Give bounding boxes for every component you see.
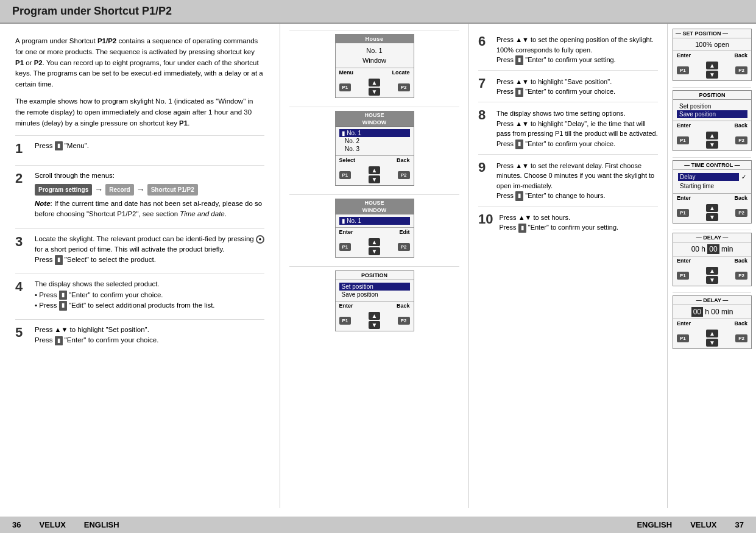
intro-p1: A program under Shortcut P1/P2 contains …: [15, 36, 264, 90]
enter-btn-10: ▮: [518, 224, 526, 233]
footer-right-lang: ENGLISH: [637, 520, 672, 529]
device-step5-area: POSITION Set position Save position Ente…: [289, 266, 459, 335]
btn-p1-d8[interactable]: P1: [677, 209, 689, 217]
d3-footer: Select Back: [336, 155, 414, 164]
btn-p2-d6[interactable]: P2: [735, 66, 747, 74]
btn-p2-d7[interactable]: P2: [735, 136, 747, 144]
d6-footer: Enter Back: [673, 51, 751, 60]
btn-p2-d8[interactable]: P2: [735, 209, 747, 217]
right-devices-panel: — SET POSITION — 100% open Enter Back P1…: [668, 24, 756, 508]
left-panel: A program under Shortcut P1/P2 contains …: [0, 24, 280, 508]
d9-footer: Enter Back: [673, 256, 751, 265]
btn-down-d8[interactable]: ▼: [706, 213, 718, 221]
btn-down-d5[interactable]: ▼: [369, 321, 381, 329]
btn-down-d10[interactable]: ▼: [706, 339, 718, 347]
btn-down-d9[interactable]: ▼: [706, 276, 718, 284]
d6-header: — SET POSITION —: [673, 29, 751, 38]
d8-item2: Starting time: [677, 182, 747, 191]
btn-up-d7[interactable]: ▲: [706, 132, 718, 139]
d9-enter: Enter: [677, 258, 691, 264]
btn-up-d6[interactable]: ▲: [706, 62, 718, 69]
step-content-2: Scroll through the menus: Program settin…: [35, 171, 264, 220]
footer-left-brand: VELUX: [39, 520, 65, 529]
step-content-4: The display shows the selected product. …: [35, 279, 264, 311]
btn-down-d3[interactable]: ▼: [369, 175, 381, 183]
btn-p2-d3[interactable]: P2: [398, 171, 410, 179]
btn-up-d1[interactable]: ▲: [369, 79, 381, 86]
d5-item1: Set position: [339, 283, 410, 291]
btn-down-d4[interactable]: ▼: [369, 247, 381, 255]
d8-enter: Enter: [677, 195, 691, 201]
device1-footer: Menu Locate: [336, 68, 414, 77]
step-content-10: Press ▲▼ to set hours. Press ▮ "Enter" t…: [499, 211, 658, 233]
d5-footer: Enter Back: [336, 301, 414, 310]
d3-h2: WINDOW: [336, 119, 414, 127]
btn-p1-d5[interactable]: P1: [339, 317, 352, 325]
device-step9: — DELAY — 00 h 00 min Enter Back P1 ▲ ▼: [673, 233, 752, 286]
btn-up-d8[interactable]: ▲: [706, 204, 718, 212]
d3-buttons: P1 ▲ ▼ P2: [336, 164, 414, 185]
d6-enter: Enter: [677, 52, 691, 58]
footer-right-brand: VELUX: [690, 520, 716, 529]
enter-btn-8: ▮: [515, 139, 523, 149]
btn-up-d3[interactable]: ▲: [369, 166, 381, 174]
btn-p1-d1[interactable]: P1: [339, 83, 352, 91]
menu-btn: ▮: [55, 141, 63, 151]
step-content-5: Press ▲▼ to highlight "Set position". Pr…: [35, 325, 264, 346]
d5-body: Set position Save position: [336, 280, 414, 301]
d5-header: POSITION: [336, 271, 414, 280]
footer-right: ENGLISH VELUX 37: [637, 520, 744, 529]
step-content-7: Press ▲▼ to highlight "Save position". P…: [496, 76, 658, 97]
d4-edit: Edit: [400, 229, 410, 235]
btn-down-d7[interactable]: ▼: [706, 141, 718, 149]
d3-h1: HOUSE: [336, 111, 414, 119]
device1-buttons: P1 ▲ ▼ P2: [336, 77, 414, 97]
d7-back: Back: [734, 122, 747, 129]
btn-p2-d1[interactable]: P2: [398, 83, 410, 91]
d8-header: — TIME CONTROL —: [673, 161, 751, 170]
d4-h1: HOUSE: [336, 199, 414, 206]
btn-p1-d9[interactable]: P1: [677, 272, 689, 280]
page-footer: 36 VELUX ENGLISH ENGLISH VELUX 37: [0, 517, 756, 533]
btn-up-d9[interactable]: ▲: [706, 267, 718, 275]
menu-tag-program: Program settings: [35, 184, 92, 196]
enter-btn-7: ▮: [515, 88, 523, 97]
step-8: 8 The display shows two time setting opt…: [478, 102, 658, 154]
step-num-5: 5: [15, 325, 27, 341]
btn-p2-d4[interactable]: P2: [398, 243, 410, 251]
footer-left: 36 VELUX ENGLISH: [12, 520, 119, 529]
btn-p2-d10[interactable]: P2: [735, 334, 747, 342]
step-10: 10 Press ▲▼ to set hours. Press ▮ "Enter…: [478, 206, 658, 238]
device1-header: House: [336, 35, 414, 43]
device-step1: House No. 1 Window Menu Locate P1 ▲ ▼ P2: [335, 34, 414, 98]
btn-down-d1[interactable]: ▼: [369, 88, 381, 96]
btn-p1-d10[interactable]: P1: [677, 334, 689, 342]
device-step4-area: HOUSE WINDOW ▮ No. 1 Enter Edit P1 ▲ ▼ P…: [289, 194, 459, 261]
d4-item1: ▮ No. 1: [339, 217, 410, 225]
btn-up-d10[interactable]: ▲: [706, 330, 718, 337]
d5-item2: Save position: [339, 291, 410, 298]
step-2: 2 Scroll through the menus: Program sett…: [15, 165, 264, 220]
step-7: 7 Press ▲▼ to highlight "Save position".…: [478, 70, 658, 102]
btn-p1-d6[interactable]: P1: [677, 66, 689, 74]
d9-header: — DELAY —: [673, 233, 751, 242]
d3-item2: No. 2: [339, 137, 410, 145]
d9-back: Back: [734, 258, 747, 264]
btn-p1-d7[interactable]: P1: [677, 136, 689, 144]
btn-up-d5[interactable]: ▲: [369, 312, 381, 320]
menu-tag-record: Record: [105, 184, 133, 196]
btn-p2-d9[interactable]: P2: [735, 272, 747, 280]
btn-p1-d3[interactable]: P1: [339, 171, 352, 179]
btn-p1-d4[interactable]: P1: [339, 243, 352, 251]
device1-line2: Window: [339, 55, 410, 65]
btn-p2-d5[interactable]: P2: [398, 317, 410, 325]
d5-buttons: P1 ▲ ▼ P2: [336, 310, 414, 331]
device-step3-area: HOUSE WINDOW ▮ No. 1 No. 2 No. 3 Select …: [289, 107, 459, 189]
device-step4: HOUSE WINDOW ▮ No. 1 Enter Edit P1 ▲ ▼ P…: [335, 199, 414, 258]
btn-down-d6[interactable]: ▼: [706, 71, 718, 79]
step-num-10: 10: [478, 211, 493, 233]
btn-up-d4[interactable]: ▲: [369, 238, 381, 246]
step-num-8: 8: [478, 107, 490, 149]
step-content-8: The display shows two time setting optio…: [496, 107, 658, 149]
footer-left-page: 36: [12, 520, 21, 529]
